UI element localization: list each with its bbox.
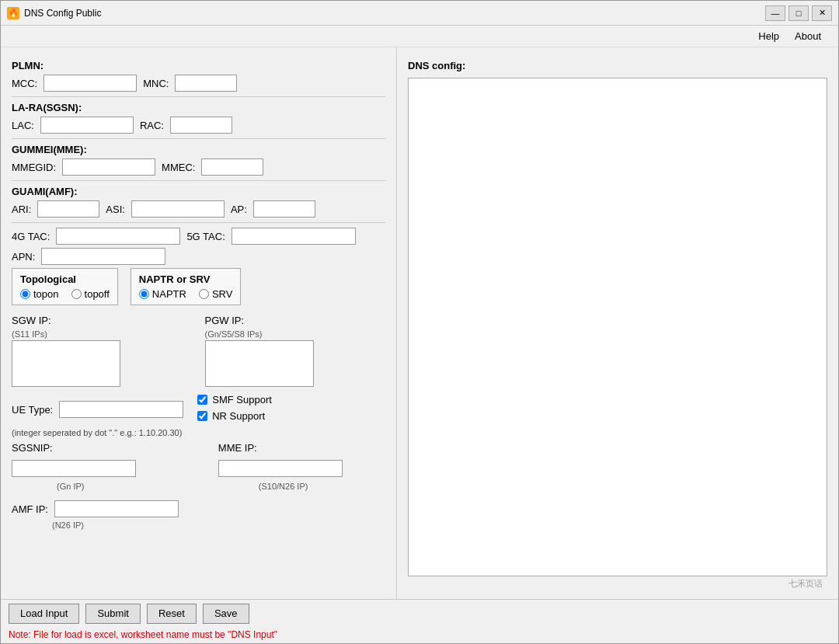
smf-support-label: SMF Support — [212, 394, 272, 406]
mme-ip-sub: (S10/N26 IP) — [259, 482, 385, 491]
ue-type-label: UE Type: — [12, 404, 53, 416]
smf-support-checkbox[interactable] — [197, 395, 207, 405]
srv-radio-item[interactable]: SRV — [199, 288, 233, 300]
app-window: 🔥 DNS Config Public — □ ✕ Help About PLM… — [0, 0, 839, 644]
topo-radio-group: topon topoff — [20, 288, 110, 300]
ue-type-note: (integer seperated by dot "." e.g.: 1.10… — [12, 428, 385, 437]
naptr-radio-item[interactable]: NAPTR — [139, 288, 186, 300]
mme-ip-row: MME IP: — [218, 442, 385, 477]
la-ra-row: LAC: RAC: — [12, 117, 385, 134]
naptr-srv-group: NAPTR or SRV NAPTR SRV — [131, 268, 242, 305]
save-button[interactable]: Save — [203, 604, 249, 624]
topoff-label: topoff — [85, 288, 110, 300]
tac4g-input[interactable] — [56, 228, 180, 245]
topon-label: topon — [33, 288, 59, 300]
plmn-row: MCC: MNC: — [12, 75, 385, 92]
ue-type-input[interactable] — [59, 401, 183, 418]
ap-label: AP: — [231, 204, 247, 215]
help-menu[interactable]: Help — [750, 27, 787, 45]
rac-label: RAC: — [140, 120, 164, 131]
minimize-button[interactable]: — — [765, 5, 785, 21]
pgw-ip-textarea[interactable] — [205, 340, 314, 387]
sgsnip-row: SGSNIP: — [12, 442, 181, 477]
sgw-sub-label: (S11 IPs) — [12, 329, 193, 339]
topoff-radio-item[interactable]: topoff — [71, 288, 110, 300]
srv-label: SRV — [212, 288, 233, 300]
ue-type-row: UE Type: SMF Support NR Support — [12, 394, 385, 425]
smf-support-item[interactable]: SMF Support — [197, 394, 272, 406]
asi-label: ASI: — [106, 204, 125, 215]
mnc-input[interactable] — [175, 75, 237, 92]
sgsnip-mme-row: SGSNIP: (Gn IP) MME IP: (S10/N26 IP) — [12, 442, 385, 491]
right-panel: DNS config: 七禾页话 — [397, 47, 838, 599]
pgw-ip-label: PGW IP: — [205, 315, 245, 326]
mcc-input[interactable] — [44, 75, 137, 92]
dns-config-label: DNS config: — [408, 60, 827, 71]
amf-ip-sub: (N26 IP) — [52, 520, 385, 530]
topon-radio-item[interactable]: topon — [20, 288, 59, 300]
mmegid-input[interactable] — [62, 158, 155, 176]
gummei-label: GUMMEI(MME): — [12, 144, 385, 155]
status-note: Note: File for load is excel, worksheet … — [9, 629, 277, 640]
tac-row: 4G TAC: 5G TAC: — [12, 228, 385, 245]
apn-input[interactable] — [41, 248, 165, 265]
mmec-label: MMEC: — [162, 162, 195, 173]
status-bar: Note: File for load is excel, worksheet … — [1, 627, 838, 643]
gummei-row: MMEGID: MMEC: — [12, 158, 385, 176]
window-title: DNS Config Public — [24, 8, 765, 19]
guami-label: GUAMI(AMF): — [12, 186, 385, 197]
reset-button[interactable]: Reset — [147, 604, 197, 624]
left-panel: PLMN: MCC: MNC: LA-RA(SGSN): LAC: RAC: G… — [1, 47, 397, 599]
pgw-sub-label: (Gn/S5/S8 IPs) — [205, 329, 386, 339]
mcc-label: MCC: — [12, 78, 37, 89]
sgw-ip-textarea[interactable] — [12, 340, 120, 387]
mme-ip-label: MME IP: — [218, 442, 257, 454]
load-input-button[interactable]: Load Input — [9, 604, 79, 624]
close-button[interactable]: ✕ — [812, 5, 832, 21]
lac-input[interactable] — [40, 117, 134, 134]
amf-ip-input[interactable] — [54, 500, 179, 517]
mmec-input[interactable] — [201, 158, 263, 176]
tac4g-label: 4G TAC: — [12, 231, 50, 242]
sgw-col: SGW IP: (S11 IPs) — [12, 315, 193, 389]
guami-row: ARI: ASI: AP: — [12, 200, 385, 218]
naptr-label: NAPTR — [152, 288, 186, 300]
sgsnip-input[interactable] — [12, 460, 136, 477]
topo-title: Topological — [20, 273, 110, 285]
tac5g-input[interactable] — [232, 228, 356, 245]
topon-radio[interactable] — [20, 289, 30, 299]
nr-support-checkbox[interactable] — [197, 411, 207, 421]
sgw-ip-label: SGW IP: — [12, 315, 51, 326]
tac5g-label: 5G TAC: — [186, 231, 225, 242]
ari-input[interactable] — [37, 200, 99, 218]
sgsnip-col: SGSNIP: (Gn IP) — [12, 442, 181, 491]
main-content: PLMN: MCC: MNC: LA-RA(SGSN): LAC: RAC: G… — [1, 47, 838, 599]
sgsnip-label: SGSNIP: — [12, 442, 53, 454]
title-bar: 🔥 DNS Config Public — □ ✕ — [1, 1, 838, 26]
amf-ip-label: AMF IP: — [12, 503, 48, 515]
submit-button[interactable]: Submit — [85, 604, 140, 624]
sgsnip-sub: (Gn IP) — [57, 482, 181, 491]
menu-bar: Help About — [1, 26, 838, 47]
bottom-bar: Load Input Submit Reset Save — [1, 599, 838, 627]
asi-input[interactable] — [131, 200, 225, 218]
mme-ip-input[interactable] — [218, 460, 343, 477]
maximize-button[interactable]: □ — [789, 5, 809, 21]
srv-radio[interactable] — [199, 289, 209, 299]
watermark: 七禾页话 — [408, 576, 827, 591]
amf-ip-row: AMF IP: — [12, 500, 385, 517]
naptr-radio[interactable] — [139, 289, 149, 299]
pgw-col: PGW IP: (Gn/S5/S8 IPs) — [205, 315, 386, 389]
about-menu[interactable]: About — [787, 27, 829, 45]
window-controls: — □ ✕ — [765, 5, 832, 21]
sgw-pgw-row: SGW IP: (S11 IPs) PGW IP: (Gn/S5/S8 IPs) — [12, 315, 385, 389]
ari-label: ARI: — [12, 204, 31, 215]
sgw-label-row: SGW IP: — [12, 315, 193, 326]
ap-input[interactable] — [253, 200, 315, 218]
topoff-radio[interactable] — [71, 289, 82, 299]
mme-ip-col: MME IP: (S10/N26 IP) — [218, 442, 385, 491]
naptr-srv-radio-group: NAPTR SRV — [139, 288, 233, 300]
dns-config-textarea[interactable] — [408, 78, 827, 576]
nr-support-item[interactable]: NR Support — [197, 410, 272, 422]
rac-input[interactable] — [170, 117, 232, 134]
